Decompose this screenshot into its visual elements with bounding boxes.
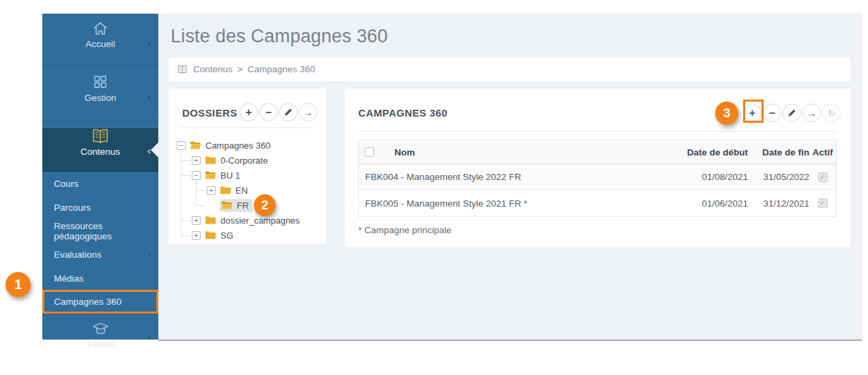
edit-campaign-button[interactable] (783, 104, 801, 122)
sidebar-item-label: Médias (54, 273, 84, 284)
campaign-start-date: 01/06/2021 (671, 198, 748, 209)
campaigns-panel-title: CAMPAGNES 360 (358, 107, 448, 119)
refresh-button[interactable]: ↻ (822, 104, 841, 122)
campaign-name: FBK004 - Management Style 2022 FR (359, 172, 671, 182)
sidebar-item-label: Accueil (42, 39, 158, 49)
tree-node-label: SG (220, 230, 233, 241)
sidebar-item-label: Cours (54, 179, 78, 189)
remove-campaign-button[interactable]: − (763, 104, 781, 122)
annotation-badge-1: 1 (5, 272, 31, 297)
remove-folder-button[interactable]: − (259, 103, 278, 121)
sidebar-item-label: Gestion (42, 93, 158, 103)
sidebar-item-parcours[interactable]: Parcours (42, 196, 158, 220)
folders-panel-title: DOSSIERS (182, 107, 237, 119)
edit-folder-button[interactable] (279, 103, 298, 121)
sidebar-item-contenus[interactable]: Contenus ‹ (42, 128, 158, 172)
move-campaign-button[interactable]: → (802, 104, 821, 122)
main-content: Liste des Campagnes 360 Contenus > Campa… (158, 14, 862, 341)
sidebar-item-cours[interactable]: Cours (42, 172, 158, 196)
add-campaign-button[interactable]: + (743, 104, 762, 122)
tree-node-dossier-campagnes[interactable]: + dossier_campagnes (169, 213, 326, 228)
expand-expander-icon[interactable]: + (192, 231, 201, 240)
tree-node-0-corporate[interactable]: + 0-Corporate (169, 153, 326, 168)
contenus-submenu: Cours Parcours Ressources pédagogiques E… (42, 172, 158, 314)
collapse-expander-icon[interactable]: − (192, 171, 201, 180)
campaigns-panel: CAMPAGNES 360 + − → ↻ Nom Date de d (345, 89, 850, 247)
graduation-cap-icon (91, 321, 110, 336)
sidebar-item-medias[interactable]: Médias (42, 267, 158, 290)
chevron-left-icon: ‹ (148, 251, 151, 258)
campaign-end-date: 31/12/2021 (748, 198, 809, 209)
campaign-active-cell: ✓ (809, 198, 836, 208)
tree-node-bu-1[interactable]: − BU 1 (169, 168, 326, 183)
column-header-actif[interactable]: Actif (809, 147, 836, 158)
select-all-checkbox[interactable] (364, 147, 374, 157)
sidebar-item-campagnes-360[interactable]: Campagnes 360 (42, 290, 158, 314)
folder-tree: − Campagnes 360 + (169, 138, 326, 243)
folders-panel: DOSSIERS + − → (169, 89, 326, 244)
sidebar-item-evaluations[interactable]: Evaluations ‹ (42, 243, 158, 267)
page-title: Liste des Campagnes 360 (171, 26, 388, 47)
breadcrumb-separator: > (237, 64, 243, 74)
sidebar-item-label: Contenus (42, 147, 158, 157)
tree-node-label: dossier_campagnes (220, 215, 300, 226)
tree-node-label: FR (237, 200, 248, 211)
sidebar-item-label: Tutorat (42, 338, 158, 348)
tree-node-label: Campagnes 360 (205, 140, 270, 151)
annotation-badge-3: 3 (715, 102, 738, 125)
breadcrumb-item-campagnes-360: Campagnes 360 (248, 64, 315, 74)
tree-node-fr-selected[interactable]: FR (169, 198, 326, 213)
table-row[interactable]: FBK004 - Management Style 2022 FR 01/08/… (359, 164, 836, 190)
sidebar-item-gestion[interactable]: Gestion ‹ (42, 73, 158, 121)
selected-folder-highlight: FR (220, 199, 252, 212)
active-section-notch (151, 142, 158, 158)
collapse-expander-icon[interactable]: − (177, 141, 186, 150)
chevron-left-icon: ‹ (148, 93, 151, 102)
open-folder-icon (221, 200, 233, 210)
tree-node-label: 0-Corporate (220, 155, 267, 166)
sidebar-item-ressources-pedagogiques[interactable]: Ressources pédagogiques (42, 219, 158, 243)
open-folder-icon (205, 170, 216, 180)
pencil-icon (284, 108, 293, 117)
move-folder-button[interactable]: → (299, 103, 317, 121)
checked-checkbox-icon: ✓ (818, 172, 828, 182)
sidebar-item-tutorat[interactable]: Tutorat ‹ (42, 314, 158, 359)
tree-node-sg[interactable]: + SG (169, 228, 326, 243)
chevron-left-icon: ‹ (148, 39, 151, 48)
expand-expander-icon[interactable]: + (192, 156, 201, 165)
tree-node-campagnes-360[interactable]: − Campagnes 360 (169, 138, 326, 153)
breadcrumb-item-contenus[interactable]: Contenus (193, 64, 233, 74)
table-header-row: Nom Date de début Date de fin Actif (359, 140, 836, 164)
expander-spacer (207, 201, 216, 210)
grid-icon (91, 73, 109, 91)
breadcrumb: Contenus > Campagnes 360 (169, 57, 850, 81)
tree-node-label: BU 1 (220, 170, 240, 181)
campaign-start-date: 01/08/2021 (671, 172, 748, 182)
expand-expander-icon[interactable]: + (207, 186, 216, 195)
closed-folder-icon (205, 215, 216, 225)
campaigns-table: Nom Date de début Date de fin Actif FBK0… (358, 140, 837, 217)
column-header-nom[interactable]: Nom (394, 147, 415, 158)
panel-divider (179, 127, 315, 128)
open-folder-icon (190, 140, 201, 150)
column-header-date-fin[interactable]: Date de fin (748, 147, 809, 158)
sidebar: Accueil ‹ Gestion ‹ (42, 14, 158, 340)
sidebar-item-label: Evaluations (54, 250, 102, 260)
page: Accueil ‹ Gestion ‹ (0, 0, 868, 375)
campaign-end-date: 31/05/2022 (748, 172, 809, 182)
column-header-date-debut[interactable]: Date de début (671, 147, 748, 158)
chevron-left-icon: ‹ (148, 333, 151, 342)
closed-folder-icon (205, 230, 216, 240)
tree-node-label: EN (235, 185, 248, 196)
open-book-icon (91, 128, 110, 145)
campaigns-toolbar: + − → ↻ (743, 104, 841, 122)
checked-checkbox-icon: ✓ (818, 198, 828, 208)
annotation-badge-2: 2 (254, 194, 276, 216)
pencil-icon (787, 108, 796, 117)
expand-expander-icon[interactable]: + (192, 216, 201, 225)
tree-node-en[interactable]: + EN (169, 183, 326, 198)
sidebar-item-accueil[interactable]: Accueil ‹ (42, 20, 158, 66)
campaign-active-cell: ✓ (809, 172, 836, 182)
table-row[interactable]: FBK005 - Management Style 2021 FR * 01/0… (359, 190, 836, 216)
add-folder-button[interactable]: + (240, 103, 258, 121)
